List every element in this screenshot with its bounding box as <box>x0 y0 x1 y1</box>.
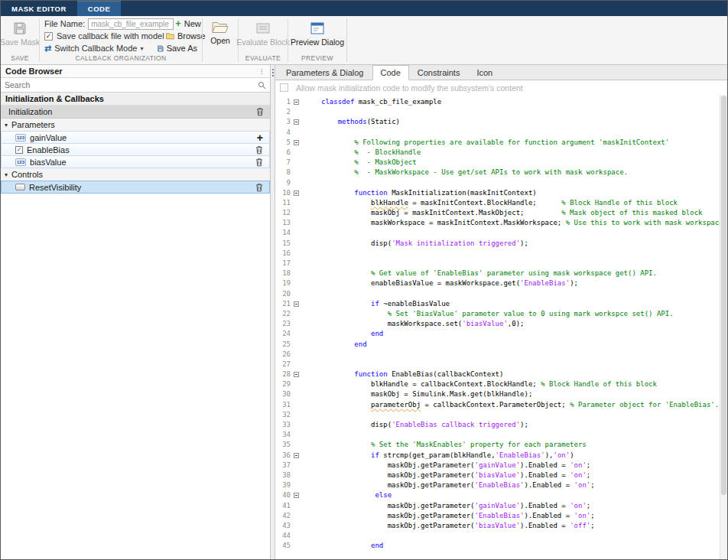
tree-label: Controls <box>11 170 43 179</box>
open-folder-icon <box>212 21 229 34</box>
delete-button[interactable] <box>255 158 263 167</box>
delete-button[interactable] <box>255 183 263 192</box>
code-line-34: 34 <box>275 430 720 440</box>
browse-button[interactable]: Browse <box>164 31 207 41</box>
code-line-7: 7 % - MaskObject <box>275 158 720 168</box>
tree-group-controls[interactable]: ▾Controls <box>1 168 270 181</box>
save-mask-button[interactable]: Save Mask <box>0 18 44 48</box>
code-line-18: 18 % Get value of 'EnableBias' parameter… <box>275 269 720 278</box>
ribbon-separator <box>346 18 347 62</box>
save-as-button[interactable]: Save As <box>156 43 199 54</box>
ribbon-section-label-evaluate: EVALUATE <box>239 54 288 64</box>
file-name-input[interactable] <box>88 18 174 30</box>
line-number: 23 <box>275 319 291 329</box>
save-callback-label: Save callback file with model <box>57 31 164 41</box>
collapse-arrow-icon[interactable]: ▾ <box>5 122 8 129</box>
line-number: 18 <box>275 269 291 278</box>
tree-row-enablebias[interactable]: ✓EnableBias <box>1 143 270 156</box>
code-line-11: 11 blkHandle = maskInitContext.BlockHand… <box>275 198 720 208</box>
code-line-10: 10 function MaskInitialization(maskInitC… <box>275 188 720 198</box>
tree-label: ResetVisibility <box>29 183 81 192</box>
code-line-29: 29 blkHandle = callbackContext.BlockHand… <box>275 379 720 389</box>
search-input[interactable] <box>5 80 258 90</box>
tree-row-initialization[interactable]: Initialization <box>1 106 270 119</box>
line-number: 36 <box>275 451 291 461</box>
tree-label: Initialization <box>8 107 52 116</box>
code-line-1: 1classdef mask_cb_file_example <box>275 97 720 107</box>
line-number: 24 <box>275 329 291 339</box>
line-number: 14 <box>275 228 291 238</box>
code-browser-title-bar: Code Browser ⋮ <box>1 65 270 78</box>
line-number: 37 <box>275 461 291 470</box>
ribbon-section-label-callback-organization: CALLBACK ORGANIZATION <box>40 54 202 64</box>
code-browser-panel: Code Browser ⋮ Initialization & Callback… <box>1 65 270 559</box>
code-editor[interactable]: 1classdef mask_cb_file_example23 methods… <box>275 95 727 559</box>
code-line-6: 6 % - BlockHandle <box>275 148 720 158</box>
scrollbar-thumb[interactable] <box>721 96 726 495</box>
code-line-23: 23 maskWorkspace.set('biasValue',0); <box>275 319 720 329</box>
fold-toggle-icon[interactable] <box>294 119 299 125</box>
evaluate-block-button[interactable]: Evaluate Block <box>232 18 293 48</box>
line-number: 30 <box>275 389 291 399</box>
line-number: 42 <box>275 511 291 521</box>
window-tab-mask-editor[interactable]: MASK EDITOR <box>1 1 77 16</box>
code-line-43: 43 maskObj.getParameter('biasValue').Ena… <box>275 521 720 531</box>
fold-toggle-icon[interactable] <box>294 140 299 145</box>
allow-init-checkbox[interactable] <box>280 83 288 92</box>
panel-splitter[interactable] <box>270 65 275 559</box>
delete-button[interactable] <box>255 145 263 155</box>
collapse-arrow-icon[interactable]: ▾ <box>5 171 8 178</box>
code-lines: 1classdef mask_cb_file_example23 methods… <box>275 95 720 559</box>
editor-tab-code[interactable]: Code <box>372 65 409 80</box>
code-line-32: 32 <box>275 410 720 420</box>
code-line-22: 22 % Set 'BiasValue' parameter value to … <box>275 309 720 319</box>
tree-row-resetvisibility[interactable]: ResetVisibility <box>1 181 270 194</box>
add-parameter-button[interactable]: + <box>257 134 263 142</box>
tree-header: Initialization & Callbacks <box>1 93 270 106</box>
fold-toggle-icon[interactable] <box>294 493 299 498</box>
save-mask-label: Save Mask <box>0 37 40 47</box>
line-number: 7 <box>275 158 291 168</box>
fold-toggle-icon[interactable] <box>294 99 299 105</box>
splitter-grip-icon <box>272 69 274 77</box>
ribbon-section-callback-organization: File Name: + New Save callback file with… <box>40 16 202 64</box>
fold-toggle-icon[interactable] <box>294 190 299 196</box>
new-button[interactable]: + New <box>174 18 203 29</box>
delete-button[interactable] <box>256 107 264 116</box>
save-callback-checkbox[interactable] <box>44 32 53 41</box>
line-number: 27 <box>275 360 291 370</box>
editor-tab-constraints[interactable]: Constraints <box>409 65 469 80</box>
line-number: 11 <box>275 198 291 208</box>
open-button[interactable]: Open <box>206 18 234 47</box>
editor-tab-parameters-dialog[interactable]: Parameters & Dialog <box>278 65 372 80</box>
search-bar <box>1 78 270 93</box>
line-number: 33 <box>275 420 291 430</box>
tree-group-parameters[interactable]: ▾Parameters <box>1 119 270 132</box>
code-line-42: 42 maskObj.getParameter('EnableBias').En… <box>275 511 720 521</box>
code-line-5: 5 % Following properties are available f… <box>275 138 720 148</box>
ribbon-section-label-preview: PREVIEW <box>288 54 346 64</box>
fold-toggle-icon[interactable] <box>294 372 299 377</box>
window-tab-code[interactable]: CODE <box>77 1 121 16</box>
code-line-30: 30 maskObj = Simulink.Mask.get(blkHandle… <box>275 389 720 399</box>
switch-callback-mode-button[interactable]: ⇄ Switch Callback Mode ▾ <box>44 44 143 54</box>
editor-tab-icon[interactable]: Icon <box>468 65 501 80</box>
numeric-edit-icon: 123 <box>15 134 26 142</box>
open-label: Open <box>210 36 230 45</box>
preview-dialog-button[interactable]: Preview Dialog <box>287 18 348 48</box>
fold-toggle-icon[interactable] <box>294 301 299 307</box>
ribbon: Save Mask SAVE File Name: + New Save ca <box>1 16 727 65</box>
vertical-scrollbar[interactable] <box>720 95 727 559</box>
tree-row-gainvalue[interactable]: 123gainValue+ <box>1 131 270 144</box>
main-area: Code Browser ⋮ Initialization & Callback… <box>1 65 727 559</box>
code-line-21: 21 if ~enableBiasValue <box>275 299 720 309</box>
fold-toggle-icon[interactable] <box>294 453 299 458</box>
tree-row-biasvalue[interactable]: 123biasValue <box>1 155 270 168</box>
panel-grip-icon[interactable]: ⋮ <box>258 68 265 75</box>
code-line-2: 2 <box>275 107 720 117</box>
ribbon-section-save: Save Mask SAVE <box>1 16 39 64</box>
code-line-26: 26 <box>275 350 720 360</box>
line-number: 8 <box>275 168 291 177</box>
line-number: 10 <box>275 188 291 198</box>
line-number: 22 <box>275 309 291 319</box>
